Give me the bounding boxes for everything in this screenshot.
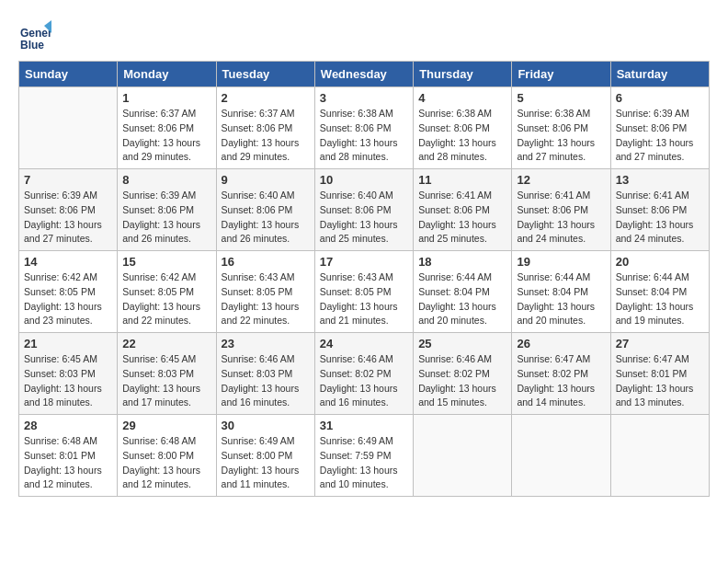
day-number: 3	[320, 91, 408, 105]
day-info: Sunrise: 6:47 AMSunset: 8:02 PMDaylight:…	[517, 352, 605, 410]
day-info: Sunrise: 6:49 AMSunset: 8:00 PMDaylight:…	[222, 434, 310, 492]
calendar-cell: 18Sunrise: 6:44 AMSunset: 8:04 PMDayligh…	[414, 251, 512, 333]
day-number: 12	[517, 173, 605, 187]
day-number: 5	[517, 91, 605, 105]
day-info: Sunrise: 6:41 AMSunset: 8:06 PMDaylight:…	[517, 189, 605, 247]
day-info: Sunrise: 6:46 AMSunset: 8:03 PMDaylight:…	[222, 352, 310, 410]
day-number: 30	[222, 419, 310, 432]
day-number: 8	[122, 173, 210, 187]
day-info: Sunrise: 6:46 AMSunset: 8:02 PMDaylight:…	[320, 352, 408, 410]
day-info: Sunrise: 6:40 AMSunset: 8:06 PMDaylight:…	[222, 189, 310, 247]
calendar-cell: 24Sunrise: 6:46 AMSunset: 8:02 PMDayligh…	[314, 333, 413, 415]
day-info: Sunrise: 6:47 AMSunset: 8:01 PMDaylight:…	[616, 352, 704, 410]
calendar-cell: 26Sunrise: 6:47 AMSunset: 8:02 PMDayligh…	[512, 333, 610, 415]
day-number: 31	[320, 419, 408, 432]
day-info: Sunrise: 6:44 AMSunset: 8:04 PMDaylight:…	[418, 270, 506, 328]
day-info: Sunrise: 6:49 AMSunset: 7:59 PMDaylight:…	[320, 434, 408, 492]
calendar-cell: 11Sunrise: 6:41 AMSunset: 8:06 PMDayligh…	[414, 169, 512, 251]
col-header-tuesday: Tuesday	[216, 62, 314, 87]
col-header-thursday: Thursday	[414, 62, 512, 87]
day-info: Sunrise: 6:43 AMSunset: 8:05 PMDaylight:…	[320, 270, 408, 328]
calendar-cell: 20Sunrise: 6:44 AMSunset: 8:04 PMDayligh…	[610, 251, 709, 333]
day-info: Sunrise: 6:41 AMSunset: 8:06 PMDaylight:…	[616, 189, 704, 247]
calendar-cell	[19, 87, 118, 169]
day-number: 26	[517, 337, 605, 350]
page-header: General Blue	[18, 18, 710, 52]
calendar-cell: 6Sunrise: 6:39 AMSunset: 8:06 PMDaylight…	[610, 87, 709, 169]
day-info: Sunrise: 6:45 AMSunset: 8:03 PMDaylight:…	[24, 352, 112, 410]
calendar-week-row: 14Sunrise: 6:42 AMSunset: 8:05 PMDayligh…	[19, 251, 710, 333]
day-number: 29	[122, 419, 210, 432]
calendar-week-row: 1Sunrise: 6:37 AMSunset: 8:06 PMDaylight…	[19, 87, 710, 169]
calendar-week-row: 21Sunrise: 6:45 AMSunset: 8:03 PMDayligh…	[19, 333, 710, 415]
day-number: 13	[616, 173, 704, 187]
calendar-cell: 1Sunrise: 6:37 AMSunset: 8:06 PMDaylight…	[118, 87, 216, 169]
day-number: 28	[24, 419, 112, 432]
calendar-cell: 30Sunrise: 6:49 AMSunset: 8:00 PMDayligh…	[216, 415, 314, 497]
day-info: Sunrise: 6:38 AMSunset: 8:06 PMDaylight:…	[320, 107, 408, 165]
day-number: 6	[616, 91, 704, 105]
calendar-cell: 7Sunrise: 6:39 AMSunset: 8:06 PMDaylight…	[19, 169, 118, 251]
day-info: Sunrise: 6:45 AMSunset: 8:03 PMDaylight:…	[122, 352, 210, 410]
col-header-friday: Friday	[512, 62, 610, 87]
day-info: Sunrise: 6:42 AMSunset: 8:05 PMDaylight:…	[24, 270, 112, 328]
col-header-wednesday: Wednesday	[314, 62, 413, 87]
day-number: 7	[24, 173, 112, 187]
calendar-cell: 15Sunrise: 6:42 AMSunset: 8:05 PMDayligh…	[118, 251, 216, 333]
calendar-cell: 31Sunrise: 6:49 AMSunset: 7:59 PMDayligh…	[314, 415, 413, 497]
calendar-cell: 5Sunrise: 6:38 AMSunset: 8:06 PMDaylight…	[512, 87, 610, 169]
calendar-cell: 12Sunrise: 6:41 AMSunset: 8:06 PMDayligh…	[512, 169, 610, 251]
day-info: Sunrise: 6:39 AMSunset: 8:06 PMDaylight:…	[616, 107, 704, 165]
day-number: 24	[320, 337, 408, 350]
col-header-saturday: Saturday	[610, 62, 709, 87]
col-header-sunday: Sunday	[19, 62, 118, 87]
day-number: 4	[418, 91, 506, 105]
calendar-cell	[512, 415, 610, 497]
day-number: 22	[122, 337, 210, 350]
day-info: Sunrise: 6:39 AMSunset: 8:06 PMDaylight:…	[24, 189, 112, 247]
svg-text:General: General	[20, 27, 51, 40]
calendar-week-row: 28Sunrise: 6:48 AMSunset: 8:01 PMDayligh…	[19, 415, 710, 497]
logo-icon: General Blue	[18, 18, 51, 52]
day-number: 9	[222, 173, 310, 187]
col-header-monday: Monday	[118, 62, 216, 87]
day-info: Sunrise: 6:38 AMSunset: 8:06 PMDaylight:…	[418, 107, 506, 165]
day-info: Sunrise: 6:48 AMSunset: 8:01 PMDaylight:…	[24, 434, 112, 492]
calendar-cell: 3Sunrise: 6:38 AMSunset: 8:06 PMDaylight…	[314, 87, 413, 169]
day-number: 17	[320, 255, 408, 269]
day-number: 27	[616, 337, 704, 350]
day-number: 21	[24, 337, 112, 350]
calendar-cell: 23Sunrise: 6:46 AMSunset: 8:03 PMDayligh…	[216, 333, 314, 415]
day-number: 16	[222, 255, 310, 269]
svg-text:Blue: Blue	[20, 39, 44, 52]
day-info: Sunrise: 6:41 AMSunset: 8:06 PMDaylight:…	[418, 189, 506, 247]
day-number: 2	[222, 91, 310, 105]
day-number: 14	[24, 255, 112, 269]
day-number: 10	[320, 173, 408, 187]
calendar-cell: 9Sunrise: 6:40 AMSunset: 8:06 PMDaylight…	[216, 169, 314, 251]
day-info: Sunrise: 6:44 AMSunset: 8:04 PMDaylight:…	[517, 270, 605, 328]
day-number: 18	[418, 255, 506, 269]
calendar-cell: 4Sunrise: 6:38 AMSunset: 8:06 PMDaylight…	[414, 87, 512, 169]
day-number: 19	[517, 255, 605, 269]
day-number: 20	[616, 255, 704, 269]
day-number: 15	[122, 255, 210, 269]
day-number: 11	[418, 173, 506, 187]
day-number: 1	[122, 91, 210, 105]
calendar-cell: 10Sunrise: 6:40 AMSunset: 8:06 PMDayligh…	[314, 169, 413, 251]
calendar-cell: 14Sunrise: 6:42 AMSunset: 8:05 PMDayligh…	[19, 251, 118, 333]
day-info: Sunrise: 6:43 AMSunset: 8:05 PMDaylight:…	[222, 270, 310, 328]
calendar-cell: 2Sunrise: 6:37 AMSunset: 8:06 PMDaylight…	[216, 87, 314, 169]
calendar-cell: 8Sunrise: 6:39 AMSunset: 8:06 PMDaylight…	[118, 169, 216, 251]
day-info: Sunrise: 6:38 AMSunset: 8:06 PMDaylight:…	[517, 107, 605, 165]
day-info: Sunrise: 6:46 AMSunset: 8:02 PMDaylight:…	[418, 352, 506, 410]
calendar-cell: 17Sunrise: 6:43 AMSunset: 8:05 PMDayligh…	[314, 251, 413, 333]
calendar-cell: 28Sunrise: 6:48 AMSunset: 8:01 PMDayligh…	[19, 415, 118, 497]
calendar-cell: 16Sunrise: 6:43 AMSunset: 8:05 PMDayligh…	[216, 251, 314, 333]
calendar-week-row: 7Sunrise: 6:39 AMSunset: 8:06 PMDaylight…	[19, 169, 710, 251]
day-info: Sunrise: 6:48 AMSunset: 8:00 PMDaylight:…	[122, 434, 210, 492]
day-number: 25	[418, 337, 506, 350]
day-number: 23	[222, 337, 310, 350]
day-info: Sunrise: 6:37 AMSunset: 8:06 PMDaylight:…	[122, 107, 210, 165]
calendar-cell: 22Sunrise: 6:45 AMSunset: 8:03 PMDayligh…	[118, 333, 216, 415]
